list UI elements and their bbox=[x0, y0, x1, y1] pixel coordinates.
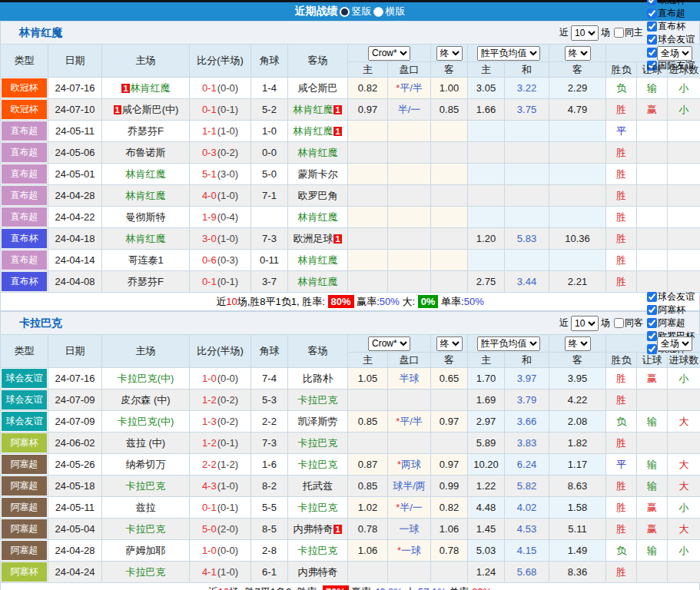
match-type: 阿塞杯 bbox=[1, 433, 48, 454]
same-venue-checkbox[interactable] bbox=[614, 28, 624, 38]
league-filter[interactable]: 直布杯 bbox=[643, 20, 695, 33]
same-venue-checkbox[interactable] bbox=[614, 318, 624, 328]
score: 0-1(0-1) bbox=[190, 99, 251, 121]
handicap-text: 两球 bbox=[401, 459, 421, 470]
avg-draw: 3.83 bbox=[505, 433, 549, 454]
odds-handicap: *一球 bbox=[388, 540, 431, 562]
handicap-result: 赢 bbox=[637, 497, 668, 519]
league-filter[interactable]: 球会友谊 bbox=[643, 290, 695, 303]
column-header-away: 客场 bbox=[288, 45, 348, 78]
league-filter[interactable]: 阿塞超 bbox=[643, 317, 695, 330]
league-filter[interactable]: 欧冠杯 bbox=[643, 0, 695, 7]
scope-select[interactable]: 全场 bbox=[657, 46, 692, 61]
layout-radio-horizontal[interactable] bbox=[373, 7, 383, 17]
league-filter[interactable]: 阿塞杯 bbox=[643, 303, 695, 317]
avg-odds-select[interactable]: 胜平负均值 bbox=[477, 336, 540, 351]
halftime-score: (0-0) bbox=[217, 373, 238, 384]
league-filter-checkbox[interactable] bbox=[647, 292, 657, 302]
match-date: 24-04-18 bbox=[48, 228, 102, 250]
away-team: 蒙斯卡尔 bbox=[288, 164, 348, 185]
league-filter-checkbox[interactable] bbox=[647, 8, 657, 18]
layout-option-vertical[interactable]: 竖版 bbox=[338, 5, 372, 18]
match-date: 24-04-28 bbox=[48, 185, 102, 207]
avg-away: 1.82 bbox=[549, 433, 606, 454]
avg-draw bbox=[505, 142, 549, 164]
avg-home bbox=[468, 185, 505, 207]
league-filter[interactable]: 直布超 bbox=[643, 7, 695, 20]
avg-away bbox=[549, 207, 606, 228]
match-row: 直布杯24-04-18林肯红魔3-0(1-0)7-3欧洲足球11.205.831… bbox=[1, 228, 700, 250]
match-date: 24-04-24 bbox=[48, 562, 102, 583]
corner-score: 7-3 bbox=[251, 433, 288, 454]
league-filter-checkbox[interactable] bbox=[647, 35, 657, 45]
avg-away: 4.79 bbox=[549, 99, 606, 121]
column-header-score: 比分(半场) bbox=[190, 335, 251, 368]
odds-handicap: *半/一 bbox=[388, 497, 431, 519]
score: 1-0(0-0) bbox=[190, 540, 251, 562]
match-row: 阿塞杯24-06-02兹拉 (中)1-2(0-1)7-3卡拉巴克5.893.83… bbox=[1, 433, 700, 454]
odds-handicap: *平/半 bbox=[388, 78, 431, 99]
result-text: 负 bbox=[616, 416, 626, 427]
odds-away bbox=[431, 207, 468, 228]
result: 胜 bbox=[606, 433, 637, 454]
handicap-result-text: 输 bbox=[647, 480, 657, 492]
games-label: 场 bbox=[601, 317, 610, 330]
same-venue-filter[interactable]: 同客 bbox=[610, 317, 643, 330]
avg-draw bbox=[505, 250, 549, 271]
handicap-result: 赢 bbox=[637, 99, 668, 121]
avg-odds-select[interactable]: 胜平负均值 bbox=[477, 46, 540, 61]
odds-source-select[interactable]: Crow* bbox=[368, 336, 410, 351]
layout-option-horizontal[interactable]: 横版 bbox=[372, 5, 406, 18]
avg-period-select[interactable]: 终 bbox=[565, 46, 591, 61]
recent-count-select[interactable]: 10 bbox=[571, 316, 599, 331]
result: 胜 bbox=[606, 99, 637, 121]
fulltime-score: 1-2 bbox=[202, 437, 217, 449]
avg-home bbox=[468, 142, 505, 164]
fulltime-score: 1-0 bbox=[202, 545, 217, 556]
home-team: 林肯红魔 bbox=[102, 185, 190, 207]
halftime-score: (1-0) bbox=[217, 566, 238, 578]
goals-result: 大 bbox=[668, 476, 700, 497]
league-filter-checkbox[interactable] bbox=[647, 22, 657, 31]
column-header-type: 类型 bbox=[1, 45, 48, 78]
layout-radio-vertical[interactable] bbox=[340, 7, 350, 17]
match-date: 24-07-16 bbox=[48, 368, 102, 389]
avg-draw: 6.24 bbox=[505, 454, 549, 476]
avg-period-select[interactable]: 终 bbox=[565, 336, 591, 351]
odds-source-select[interactable]: Crow* bbox=[368, 46, 410, 61]
avg-home: 2.75 bbox=[468, 271, 505, 293]
team-link: 林肯红魔 bbox=[126, 233, 166, 244]
odds-handicap bbox=[388, 207, 431, 228]
odds-home bbox=[348, 433, 388, 454]
scope-select[interactable]: 全场 bbox=[657, 336, 692, 351]
league-filter-checkbox[interactable] bbox=[647, 48, 657, 58]
corner-score: 1-4 bbox=[251, 78, 288, 99]
odds-period-select[interactable]: 终 bbox=[436, 336, 463, 351]
match-date: 24-05-11 bbox=[48, 497, 102, 519]
handicap-result bbox=[637, 250, 668, 271]
avg-away: 1.17 bbox=[549, 454, 606, 476]
team-name: 林肯红魔 bbox=[19, 26, 62, 40]
odds-away: 0.82 bbox=[431, 497, 468, 519]
same-venue-label: 同客 bbox=[625, 317, 643, 330]
league-filter-checkbox[interactable] bbox=[647, 331, 657, 341]
odds-period-select[interactable]: 终 bbox=[436, 46, 463, 61]
league-filter[interactable]: 球会友谊 bbox=[643, 33, 695, 46]
avg-home bbox=[468, 121, 505, 142]
league-filter-checkbox[interactable] bbox=[647, 318, 657, 328]
league-filter-checkbox[interactable] bbox=[647, 305, 657, 315]
result-text: 负 bbox=[616, 545, 626, 556]
away-team: 林肯红魔 bbox=[288, 142, 348, 164]
result: 胜 bbox=[606, 250, 637, 271]
red-number-badge: 1 bbox=[333, 127, 341, 136]
recent-count-select[interactable]: 10 bbox=[571, 25, 599, 41]
handicap-result bbox=[637, 121, 668, 142]
league-badge: 阿塞超 bbox=[2, 519, 47, 539]
league-filter-checkbox[interactable] bbox=[647, 0, 657, 5]
same-venue-filter[interactable]: 同主 bbox=[610, 26, 643, 39]
match-row: 直布超24-05-06布鲁诺斯0-3(0-2)0-0林肯红魔胜 bbox=[1, 142, 700, 164]
column-header-corner: 角球 bbox=[251, 335, 288, 368]
odds-away: 1.00 bbox=[431, 78, 468, 99]
team-link: 林肯红魔 bbox=[293, 104, 333, 115]
goals-result: 小 bbox=[668, 99, 700, 121]
